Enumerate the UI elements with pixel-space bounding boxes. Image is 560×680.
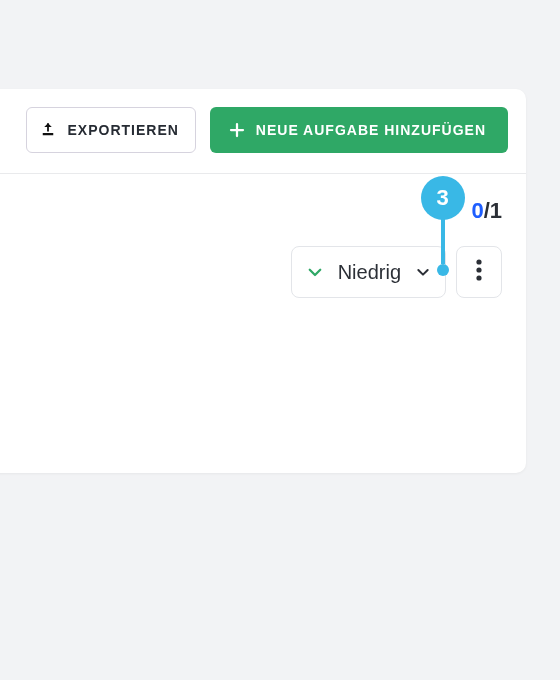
onboarding-step-stem xyxy=(441,218,445,264)
svg-point-2 xyxy=(476,267,481,272)
task-description: ener Wert: up to erber aus dem schnittsw… xyxy=(0,289,291,375)
task-title: schreibung um 19 px xyxy=(0,252,291,283)
task-controls: 3 Niedrig xyxy=(291,246,502,298)
chevron-down-icon xyxy=(306,263,324,281)
export-button-label: EXPORTIEREN xyxy=(67,122,178,138)
upload-icon xyxy=(39,121,57,139)
onboarding-step-number: 3 xyxy=(437,185,449,211)
svg-rect-0 xyxy=(43,133,54,135)
caret-down-icon xyxy=(415,264,431,280)
add-task-button-label: NEUE AUFGABE HINZUFÜGEN xyxy=(256,122,486,138)
onboarding-step-badge: 3 xyxy=(421,176,465,220)
task-row: schreibung um 19 px ener Wert: up to erb… xyxy=(0,224,526,375)
svg-point-3 xyxy=(476,275,481,280)
task-desc-3: schnittswert für die xyxy=(0,347,291,376)
add-task-button[interactable]: NEUE AUFGABE HINZUFÜGEN xyxy=(210,107,508,153)
counter-done: 0 xyxy=(471,198,483,224)
counter-total: 1 xyxy=(490,198,502,224)
export-button[interactable]: EXPORTIEREN xyxy=(26,107,195,153)
task-card: EXPORTIEREN NEUE AUFGABE HINZUFÜGEN 0/1 … xyxy=(0,89,526,473)
onboarding-step-dot xyxy=(437,264,449,276)
plus-icon xyxy=(228,121,246,139)
more-actions-button[interactable] xyxy=(456,246,502,298)
more-vertical-icon xyxy=(476,259,482,285)
priority-dropdown[interactable]: Niedrig xyxy=(291,246,446,298)
task-text: schreibung um 19 px ener Wert: up to erb… xyxy=(0,246,291,375)
topbar: EXPORTIEREN NEUE AUFGABE HINZUFÜGEN xyxy=(0,89,526,174)
task-desc-2: erber aus dem xyxy=(0,318,291,347)
svg-point-1 xyxy=(476,259,481,264)
priority-label: Niedrig xyxy=(338,261,401,284)
